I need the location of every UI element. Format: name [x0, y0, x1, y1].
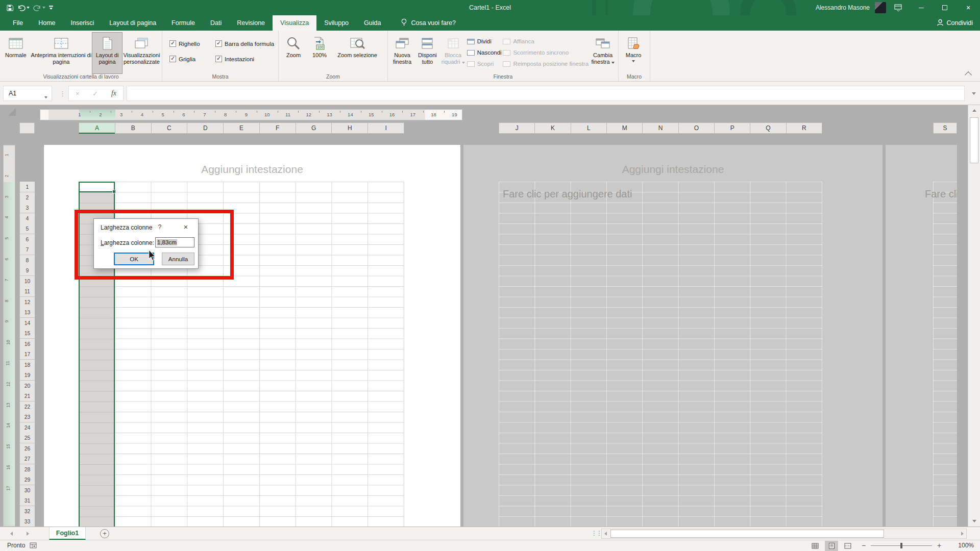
user-name[interactable]: Alessandro Masone — [816, 4, 870, 11]
name-box[interactable]: A1 — [3, 86, 52, 101]
row-header-22[interactable]: 22 — [20, 402, 35, 412]
column-header-R[interactable]: R — [786, 122, 822, 134]
zoom-slider-thumb[interactable] — [900, 543, 902, 548]
row-header-1[interactable]: 1 — [20, 182, 35, 192]
tab-formule[interactable]: Formule — [164, 15, 203, 31]
row-header-28[interactable]: 28 — [20, 464, 35, 475]
zoom-to-selection-button[interactable]: Zoom selezione — [332, 32, 383, 74]
checkbox-formula-bar[interactable]: Barra della formula — [215, 40, 274, 47]
column-header-G[interactable]: G — [296, 122, 332, 134]
maximize-button[interactable] — [933, 0, 957, 15]
row-header-25[interactable]: 25 — [20, 433, 35, 443]
row-header-32[interactable]: 32 — [20, 506, 35, 517]
macro-record-icon[interactable] — [30, 542, 37, 550]
column-header-K[interactable]: K — [534, 122, 571, 134]
confirm-entry-icon[interactable]: ✓ — [92, 90, 98, 97]
sheet-tab-foglio1[interactable]: Foglio1 — [49, 527, 86, 540]
column-header-M[interactable]: M — [606, 122, 643, 134]
insert-function-icon[interactable]: fx — [111, 89, 116, 97]
checkbox-ruler[interactable]: Righello — [169, 40, 212, 47]
tab-guida[interactable]: Guida — [356, 15, 388, 31]
row-header-8[interactable]: 8 — [20, 255, 35, 266]
column-header-O[interactable]: O — [678, 122, 715, 134]
row-header-20[interactable]: 20 — [20, 381, 35, 391]
row-header-19[interactable]: 19 — [20, 370, 35, 381]
column-header-H[interactable]: H — [331, 122, 368, 134]
arrange-all-button[interactable]: Disponi tutto — [415, 32, 439, 74]
zoom-in-icon[interactable]: + — [937, 541, 941, 549]
custom-views-button[interactable]: Visualizzazioni personalizzate — [122, 32, 161, 74]
tab-visualizza[interactable]: Visualizza — [273, 15, 316, 31]
active-cell-a1[interactable] — [79, 182, 115, 192]
share-button[interactable]: Condividi — [937, 15, 973, 31]
zoom-100-button[interactable]: 100 100% — [307, 32, 332, 74]
column-header-F[interactable]: F — [259, 122, 296, 134]
scroll-down-icon[interactable] — [972, 520, 976, 522]
page-break-shortcut-icon[interactable] — [841, 541, 854, 551]
tab-layout-di-pagina[interactable]: Layout di pagina — [102, 15, 164, 31]
data-placeholder-page2[interactable]: Fare clic per aggiungere dati — [503, 188, 632, 200]
tab-bar-splitter[interactable]: ⋮⋮ — [591, 530, 601, 537]
scroll-right-icon[interactable] — [961, 532, 964, 536]
column-header-B[interactable]: B — [115, 122, 152, 134]
tab-revisione[interactable]: Revisione — [229, 15, 273, 31]
header-placeholder-page1[interactable]: Aggiungi intestazione — [44, 163, 460, 176]
column-header-A[interactable]: A — [79, 122, 115, 134]
scroll-left-icon[interactable] — [604, 532, 607, 536]
row-header-24[interactable]: 24 — [20, 422, 35, 433]
avatar[interactable] — [875, 2, 886, 13]
row-header-23[interactable]: 23 — [20, 412, 35, 422]
row-header-27[interactable]: 27 — [20, 454, 35, 464]
page-break-preview-button[interactable]: Anteprima interruzioni di pagina — [30, 32, 92, 74]
row-header-7[interactable]: 7 — [20, 244, 35, 255]
freeze-panes-button[interactable]: Blocca riquadri — [439, 32, 467, 74]
row-header-21[interactable]: 21 — [20, 391, 35, 402]
row-header-14[interactable]: 14 — [20, 318, 35, 329]
row-header-30[interactable]: 30 — [20, 485, 35, 496]
formula-input[interactable] — [127, 86, 965, 101]
new-window-button[interactable]: Nuova finestra — [389, 32, 415, 74]
previous-sheet-icon[interactable] — [10, 532, 13, 536]
macros-button[interactable]: Macro — [620, 32, 647, 74]
column-header-Q[interactable]: Q — [750, 122, 786, 134]
zoom-level[interactable]: 100% — [948, 542, 974, 549]
tab-sviluppo[interactable]: Sviluppo — [316, 15, 356, 31]
row-header-2[interactable]: 2 — [20, 192, 35, 203]
grid-page-2[interactable] — [499, 182, 822, 527]
row-header-4[interactable]: 4 — [20, 213, 35, 224]
hide-button[interactable]: Nascondi — [467, 48, 503, 57]
row-header-31[interactable]: 31 — [20, 495, 35, 506]
column-header-C[interactable]: C — [151, 122, 188, 134]
vertical-scrollbar-thumb[interactable] — [970, 117, 978, 163]
close-button[interactable]: × — [957, 0, 980, 15]
row-header-5[interactable]: 5 — [20, 223, 35, 234]
row-header-3[interactable]: 3 — [20, 203, 35, 213]
ribbon-display-options-icon[interactable] — [894, 4, 902, 11]
row-header-12[interactable]: 12 — [20, 297, 35, 308]
formula-bar-splitter[interactable]: ⋮ — [59, 86, 66, 101]
row-header-17[interactable]: 17 — [20, 349, 35, 360]
row-header-11[interactable]: 11 — [20, 286, 35, 297]
split-button[interactable]: Dividi — [467, 37, 503, 46]
horizontal-scrollbar[interactable] — [601, 529, 967, 539]
fill-handle[interactable] — [112, 190, 116, 193]
next-sheet-icon[interactable] — [27, 532, 29, 536]
column-header-D[interactable]: D — [187, 122, 224, 134]
expand-formula-bar-icon[interactable] — [968, 82, 980, 105]
switch-windows-button[interactable]: Cambia finestra — [589, 32, 617, 74]
header-placeholder-page2[interactable]: Aggiungi intestazione — [463, 163, 883, 176]
zoom-button[interactable]: Zoom — [280, 32, 307, 74]
scroll-up-icon[interactable] — [972, 109, 976, 112]
tab-home[interactable]: Home — [31, 15, 63, 31]
cancel-entry-icon[interactable]: × — [76, 90, 80, 97]
row-header-6[interactable]: 6 — [20, 234, 35, 245]
tell-me-box[interactable]: Cosa vuoi fare? — [401, 15, 456, 31]
column-header-I[interactable]: I — [368, 122, 404, 134]
select-all-corner[interactable] — [8, 108, 16, 116]
row-header-10[interactable]: 10 — [20, 276, 35, 287]
column-header-E[interactable]: E — [223, 122, 260, 134]
synchronous-scrolling-button[interactable]: Scorrimento sincrono — [503, 48, 589, 57]
row-header-29[interactable]: 29 — [20, 474, 35, 485]
add-sheet-button[interactable]: + — [100, 529, 109, 538]
row-header-15[interactable]: 15 — [20, 328, 35, 339]
